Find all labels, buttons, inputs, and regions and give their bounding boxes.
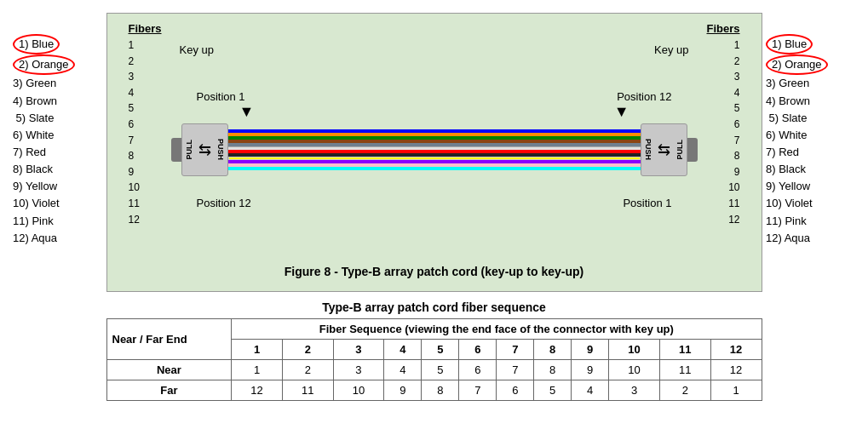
left-fiber-item-8: 8) Black <box>13 161 102 178</box>
near-value: 6 <box>459 360 497 380</box>
left-fiber-item-1: 1) Blue <box>13 34 102 54</box>
far-value: 11 <box>282 380 333 401</box>
right-fiber-item-8: 8) Black <box>766 161 855 178</box>
left-connector-body: PULL ⇆ PUSH <box>181 123 228 176</box>
far-value: 6 <box>497 380 534 401</box>
fiber-cables <box>228 129 641 171</box>
position1-left: Position 1 <box>197 90 245 103</box>
position-number-header: 2 <box>282 340 333 360</box>
far-row: Far121110987654321 <box>106 380 762 401</box>
near-value: 4 <box>384 360 422 380</box>
position-number-header: 6 <box>459 340 497 360</box>
col-header-near-far: Near / Far End <box>106 319 232 360</box>
connector-visual: PULL ⇆ PUSH <box>171 116 698 184</box>
near-value: 3 <box>333 360 384 380</box>
far-value: 9 <box>384 380 422 401</box>
position12-left: Position 12 <box>197 197 251 209</box>
near-value: 1 <box>232 360 283 380</box>
left-fiber-item-11: 11) Pink <box>13 213 102 230</box>
position-number-header: 12 <box>710 340 762 360</box>
num-col-right: 123456 789101112 <box>728 37 739 227</box>
right-fiber-item-6: 6) White <box>766 127 855 144</box>
position-number-header: 1 <box>232 340 283 360</box>
near-value: 8 <box>534 360 572 380</box>
fiber-aqua <box>228 167 641 170</box>
near-value: 10 <box>609 360 660 380</box>
push-label-right: PUSH <box>644 139 652 160</box>
far-value: 12 <box>232 380 283 401</box>
main-content: Fibers Fibers 123456 789101112 123456 78… <box>102 9 766 420</box>
near-value: 9 <box>572 360 609 380</box>
far-value: 1 <box>710 380 762 401</box>
position-number-header: 10 <box>609 340 660 360</box>
right-fiber-item-5: 5) Slate <box>766 110 855 127</box>
far-label: Far <box>106 380 232 401</box>
table-title: Type-B array patch cord fiber sequence <box>106 300 762 314</box>
right-fiber-item-2: 2) Orange <box>766 54 855 75</box>
left-fiber-list: 1) Blue 2) Orange 3) Green 4) Brown 5) S… <box>4 9 102 420</box>
far-value: 8 <box>422 380 459 401</box>
position-number-header: 4 <box>384 340 422 360</box>
diagram-area: Fibers Fibers 123456 789101112 123456 78… <box>106 13 762 292</box>
fibers-label-right: Fibers <box>706 22 739 35</box>
figure-caption: Figure 8 - Type-B array patch cord (key-… <box>120 265 749 278</box>
position-number-header: 7 <box>497 340 534 360</box>
sequence-table: Near / Far End Fiber Sequence (viewing t… <box>106 318 762 401</box>
right-fiber-item-7: 7) Red <box>766 144 855 161</box>
near-value: 2 <box>282 360 333 380</box>
far-value: 7 <box>459 380 497 401</box>
right-fiber-item-3: 3) Green <box>766 75 855 92</box>
diagram-inner: Fibers Fibers 123456 789101112 123456 78… <box>120 22 749 260</box>
far-value: 2 <box>659 380 710 401</box>
near-value: 5 <box>422 360 459 380</box>
right-fiber-circled-2: 2) Orange <box>766 54 828 75</box>
left-fiber-item-3: 3) Green <box>13 75 102 92</box>
near-value: 11 <box>659 360 710 380</box>
right-fiber-list: 1) Blue 2) Orange 3) Green 4) Brown 5) S… <box>766 9 864 420</box>
table-section: Type-B array patch cord fiber sequence N… <box>106 300 762 401</box>
left-fiber-item-9: 9) Yellow <box>13 178 102 195</box>
position-number-header: 9 <box>572 340 609 360</box>
left-fiber-item-12: 12) Aqua <box>13 230 102 247</box>
near-label: Near <box>106 360 232 380</box>
push-label-left: PUSH <box>216 139 225 160</box>
far-value: 4 <box>572 380 609 401</box>
far-value: 5 <box>534 380 572 401</box>
table-body: Near123456789101112Far121110987654321 <box>106 360 762 401</box>
far-value: 3 <box>609 380 660 401</box>
right-fiber-item-4: 4) Brown <box>766 93 855 110</box>
right-fiber-item-11: 11) Pink <box>766 213 855 230</box>
right-fiber-item-1: 1) Blue <box>766 34 855 54</box>
left-fiber-item-10: 10) Violet <box>13 195 102 212</box>
col-header-fiber-sequence: Fiber Sequence (viewing the end face of … <box>232 319 762 340</box>
right-connector-body: PUSH ⇆ PULL <box>641 123 687 176</box>
right-fiber-item-12: 12) Aqua <box>766 230 855 247</box>
left-fiber-item-2: 2) Orange <box>13 54 102 75</box>
near-row: Near123456789101112 <box>106 360 762 380</box>
pull-label-right: PULL <box>675 140 684 160</box>
key-up-label-right: Key up <box>654 43 688 56</box>
right-end-cap <box>687 138 698 162</box>
left-fiber-circled-2: 2) Orange <box>13 54 75 75</box>
position-number-header: 3 <box>333 340 384 360</box>
left-fiber-item-7: 7) Red <box>13 144 102 161</box>
key-up-label-left: Key up <box>180 43 214 56</box>
left-fiber-item-4: 4) Brown <box>13 93 102 110</box>
position1-right: Position 1 <box>623 197 671 209</box>
pull-label-left: PULL <box>185 140 193 160</box>
left-fiber-item-5: 5) Slate <box>13 110 102 127</box>
far-value: 10 <box>333 380 384 401</box>
position-number-header: 8 <box>534 340 572 360</box>
num-col-left: 123456 789101112 <box>129 37 140 227</box>
fibers-label-left: Fibers <box>129 22 162 35</box>
near-value: 12 <box>710 360 762 380</box>
left-fiber-circled-1: 1) Blue <box>13 34 60 54</box>
position-number-header: 11 <box>659 340 710 360</box>
right-fiber-circled-1: 1) Blue <box>766 34 813 54</box>
near-value: 7 <box>497 360 534 380</box>
position-number-header: 5 <box>422 340 459 360</box>
left-end-cap <box>171 138 181 162</box>
right-fiber-item-10: 10) Violet <box>766 195 855 212</box>
right-fiber-item-9: 9) Yellow <box>766 178 855 195</box>
left-fiber-item-6: 6) White <box>13 127 102 144</box>
